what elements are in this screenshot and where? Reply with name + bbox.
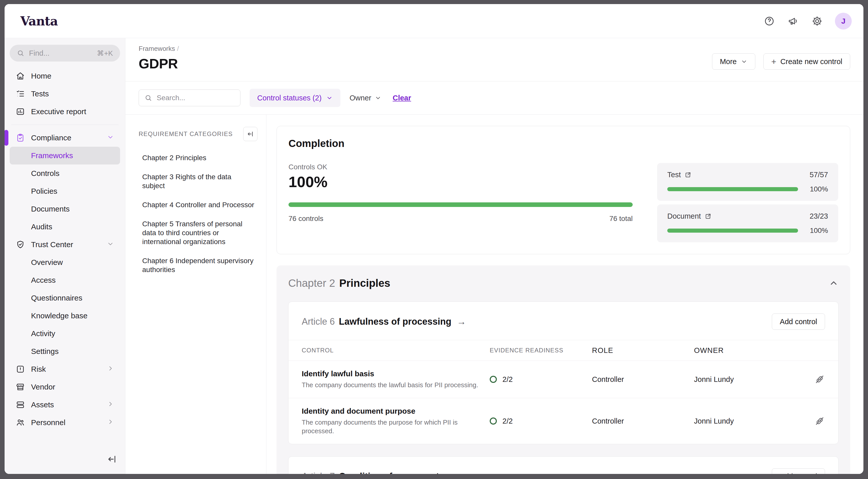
test-count: 57/57 — [809, 170, 828, 179]
chevron-down-icon — [326, 95, 333, 101]
sidebar-item-frameworks[interactable]: Frameworks — [10, 147, 120, 164]
category-chapter-2[interactable]: Chapter 2 Principles — [138, 153, 266, 162]
chevron-up-icon — [829, 278, 838, 288]
test-link[interactable]: Test — [667, 170, 691, 179]
controls-table-header: CONTROL EVIDENCE READINESS ROLE OWNER — [288, 340, 838, 361]
chevron-right-icon — [107, 365, 114, 374]
document-progress-bar — [667, 229, 798, 233]
sidebar-nav: Home Tests Executive report Compliance — [10, 67, 120, 466]
document-stat-card: Document 23/23 100% — [657, 204, 838, 242]
category-chapter-5[interactable]: Chapter 5 Transfers of personal data to … — [138, 219, 266, 246]
app-window: Vanta J ⌘+K Home — [5, 4, 863, 474]
server-icon — [16, 400, 25, 409]
document-percent: 100% — [798, 227, 828, 235]
sidebar: ⌘+K Home Tests Executive report — [5, 38, 125, 474]
article-6-title[interactable]: Article 6 Lawfulness of processing → — [302, 316, 466, 327]
test-percent: 100% — [798, 185, 828, 193]
search-box[interactable] — [138, 90, 240, 106]
table-row[interactable]: Identity and document purpose The compan… — [288, 398, 838, 444]
breadcrumb-separator: / — [177, 45, 179, 52]
chevron-down-icon — [107, 240, 114, 249]
help-icon[interactable] — [763, 15, 775, 27]
content-area: REQUIREMENT CATEGORIES Chapter 2 Princip… — [125, 115, 863, 474]
shortcut-hint: ⌘+K — [97, 49, 113, 58]
completion-progress-bar — [288, 202, 633, 207]
sidebar-item-activity[interactable]: Activity — [10, 325, 120, 343]
category-chapter-3[interactable]: Chapter 3 Rights of the data subject — [138, 172, 266, 190]
sidebar-item-audits[interactable]: Audits — [10, 218, 120, 236]
completion-card: Completion Controls OK 100% 76 controls … — [277, 126, 850, 254]
gear-icon[interactable] — [811, 15, 823, 27]
sidebar-item-policies[interactable]: Policies — [10, 182, 120, 200]
sidebar-item-executive-report[interactable]: Executive report — [10, 103, 120, 121]
section-collapse-button[interactable] — [829, 278, 838, 288]
sidebar-item-tests[interactable]: Tests — [10, 85, 120, 103]
completion-counts: 76 controls 76 total — [288, 215, 633, 223]
sidebar-item-trust-center[interactable]: Trust Center — [10, 236, 120, 254]
sidebar-item-overview[interactable]: Overview — [10, 254, 120, 271]
categories-header: REQUIREMENT CATEGORIES — [138, 127, 266, 141]
page-header: Frameworks/ GDPR More + Create new contr… — [125, 38, 863, 81]
sidebar-item-personnel[interactable]: Personnel — [10, 414, 120, 432]
article-7-title[interactable]: Article 7 Conditions for consent → — [302, 471, 454, 474]
search-input[interactable] — [156, 94, 235, 102]
chevron-right-icon — [107, 418, 114, 427]
completion-summary: Controls OK 100% 76 controls 76 total — [288, 163, 633, 242]
sidebar-item-controls[interactable]: Controls — [10, 164, 120, 182]
search-icon — [17, 49, 24, 57]
chevron-down-icon — [375, 95, 381, 101]
active-section-indicator — [5, 130, 8, 146]
article-6-card: Article 6 Lawfulness of processing → Add… — [288, 301, 838, 444]
external-link-icon — [705, 213, 712, 220]
sidebar-item-vendor[interactable]: Vendor — [10, 378, 120, 396]
megaphone-icon[interactable] — [787, 15, 799, 27]
sidebar-item-compliance[interactable]: Compliance — [10, 129, 120, 147]
page-title: GDPR — [138, 56, 179, 71]
add-control-button[interactable]: Add control — [772, 468, 825, 474]
header-buttons: More + Create new control — [712, 54, 850, 70]
category-chapter-6[interactable]: Chapter 6 Independent supervisory author… — [138, 256, 266, 274]
sidebar-search[interactable]: ⌘+K — [10, 45, 120, 62]
sidebar-item-assets[interactable]: Assets — [10, 396, 120, 414]
plus-icon: + — [771, 57, 776, 66]
controls-count: 76 controls — [288, 215, 323, 223]
unlink-icon[interactable] — [814, 374, 825, 385]
top-bar: Vanta J — [5, 4, 863, 38]
add-control-button[interactable]: Add control — [772, 314, 825, 330]
panel-collapse-button[interactable] — [243, 127, 257, 141]
arrow-right-icon: → — [457, 316, 466, 327]
sidebar-collapse-icon[interactable] — [107, 454, 117, 465]
sidebar-item-access[interactable]: Access — [10, 271, 120, 289]
document-link[interactable]: Document — [667, 212, 712, 220]
sidebar-item-knowledge-base[interactable]: Knowledge base — [10, 307, 120, 325]
clear-filters-link[interactable]: Clear — [393, 94, 411, 102]
owner-filter[interactable]: Owner — [349, 94, 381, 102]
total-count: 76 total — [609, 215, 633, 223]
external-link-icon — [684, 171, 691, 179]
sidebar-item-documents[interactable]: Documents — [10, 200, 120, 218]
control-statuses-filter[interactable]: Control statuses (2) — [250, 89, 340, 107]
evidence-count: 2/2 — [502, 417, 513, 425]
chevron-right-icon — [107, 401, 114, 409]
app-body: ⌘+K Home Tests Executive report — [5, 38, 863, 474]
evidence-status-ring — [490, 417, 497, 424]
avatar[interactable]: J — [835, 13, 852, 30]
document-count: 23/23 — [809, 212, 828, 220]
find-input[interactable] — [29, 49, 93, 58]
control-description: The company documents the purpose for wh… — [302, 418, 479, 435]
category-chapter-4[interactable]: Chapter 4 Controller and Processor — [138, 200, 266, 209]
categories-heading: REQUIREMENT CATEGORIES — [138, 130, 233, 137]
unlink-icon[interactable] — [814, 416, 825, 426]
table-row[interactable]: Identify lawful basis The company docume… — [288, 361, 838, 398]
main-area: Frameworks/ GDPR More + Create new contr… — [125, 38, 863, 474]
sidebar-item-home[interactable]: Home — [10, 67, 120, 85]
create-new-control-button[interactable]: + Create new control — [764, 54, 850, 70]
collapse-left-icon — [247, 130, 254, 137]
sidebar-item-settings[interactable]: Settings — [10, 343, 120, 360]
breadcrumb-frameworks[interactable]: Frameworks — [138, 45, 175, 52]
compliance-clipboard-icon — [16, 133, 25, 142]
article-7-header: Article 7 Conditions for consent → Add c… — [288, 457, 838, 474]
sidebar-item-questionnaires[interactable]: Questionnaires — [10, 289, 120, 307]
sidebar-item-risk[interactable]: Risk — [10, 360, 120, 378]
more-button[interactable]: More — [712, 54, 755, 70]
